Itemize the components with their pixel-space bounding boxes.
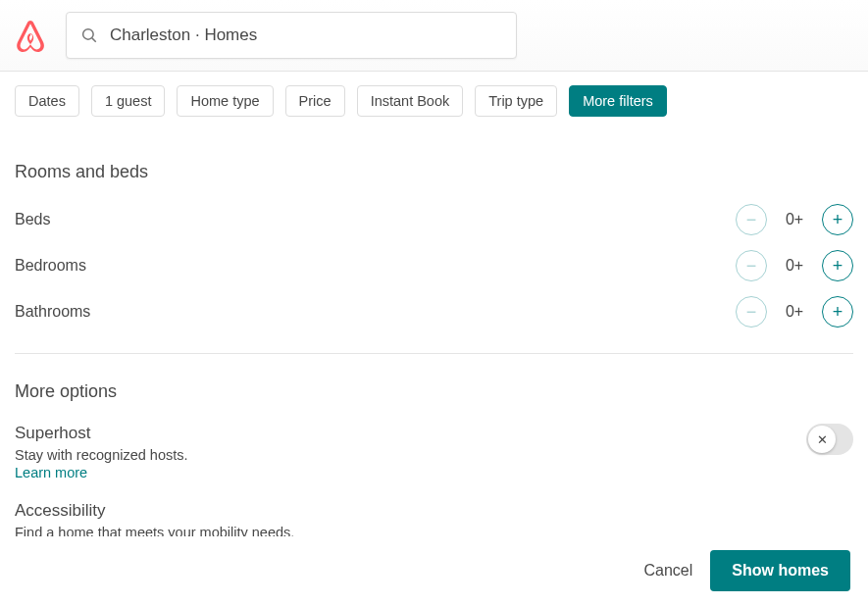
filter-price[interactable]: Price <box>285 85 345 117</box>
bedrooms-decrement[interactable]: − <box>736 250 767 281</box>
accessibility-title: Accessibility <box>15 501 294 521</box>
row-bedrooms: Bedrooms − 0+ + <box>15 250 853 281</box>
filter-dates[interactable]: Dates <box>15 85 79 117</box>
cancel-button[interactable]: Cancel <box>644 562 693 580</box>
more-options-title: More options <box>15 381 853 402</box>
beds-label: Beds <box>15 211 50 228</box>
superhost-title: Superhost <box>15 424 188 443</box>
bathrooms-decrement[interactable]: − <box>736 296 767 328</box>
toggle-knob: ✕ <box>808 426 836 453</box>
close-icon: ✕ <box>817 432 828 447</box>
beds-value: 0+ <box>783 211 806 228</box>
superhost-desc: Stay with recognized hosts. <box>15 447 188 463</box>
bedrooms-stepper: − 0+ + <box>736 250 853 281</box>
search-box[interactable] <box>66 12 517 59</box>
rooms-and-beds-title: Rooms and beds <box>15 162 853 182</box>
minus-icon: − <box>746 211 757 228</box>
filter-home-type[interactable]: Home type <box>177 85 273 117</box>
airbnb-logo-icon[interactable] <box>15 19 46 52</box>
beds-increment[interactable]: + <box>822 204 853 235</box>
superhost-learn-more-link[interactable]: Learn more <box>15 465 87 480</box>
row-beds: Beds − 0+ + <box>15 204 853 235</box>
bedrooms-value: 0+ <box>783 257 806 275</box>
beds-decrement[interactable]: − <box>736 204 767 235</box>
search-icon <box>80 26 98 44</box>
bathrooms-increment[interactable]: + <box>822 296 853 328</box>
header-bar <box>0 0 868 72</box>
filters-panel: Rooms and beds Beds − 0+ + Bedrooms − 0+… <box>0 162 868 540</box>
bathrooms-stepper: − 0+ + <box>736 296 853 328</box>
bedrooms-label: Bedrooms <box>15 257 86 275</box>
bathrooms-label: Bathrooms <box>15 303 90 321</box>
svg-line-1 <box>92 38 96 42</box>
section-divider <box>15 353 853 354</box>
accessibility-option: Accessibility Find a home that meets you… <box>15 501 853 540</box>
plus-icon: + <box>833 257 843 275</box>
superhost-toggle[interactable]: ✕ <box>806 424 853 455</box>
superhost-option: Superhost Stay with recognized hosts. Le… <box>15 424 853 481</box>
search-input[interactable] <box>110 25 502 45</box>
plus-icon: + <box>833 303 843 321</box>
row-bathrooms: Bathrooms − 0+ + <box>15 296 853 328</box>
show-homes-button[interactable]: Show homes <box>710 550 850 591</box>
filter-guests[interactable]: 1 guest <box>91 85 166 117</box>
dialog-footer: Cancel Show homes <box>0 536 868 605</box>
minus-icon: − <box>746 303 757 321</box>
minus-icon: − <box>746 257 757 275</box>
filter-trip-type[interactable]: Trip type <box>475 85 557 117</box>
bathrooms-value: 0+ <box>783 303 806 321</box>
bedrooms-increment[interactable]: + <box>822 250 853 281</box>
beds-stepper: − 0+ + <box>736 204 853 235</box>
filters-row: Dates 1 guest Home type Price Instant Bo… <box>0 72 868 117</box>
plus-icon: + <box>833 211 843 228</box>
filter-instant-book[interactable]: Instant Book <box>357 85 464 117</box>
svg-point-0 <box>83 29 94 40</box>
filter-more-filters[interactable]: More filters <box>569 85 667 117</box>
